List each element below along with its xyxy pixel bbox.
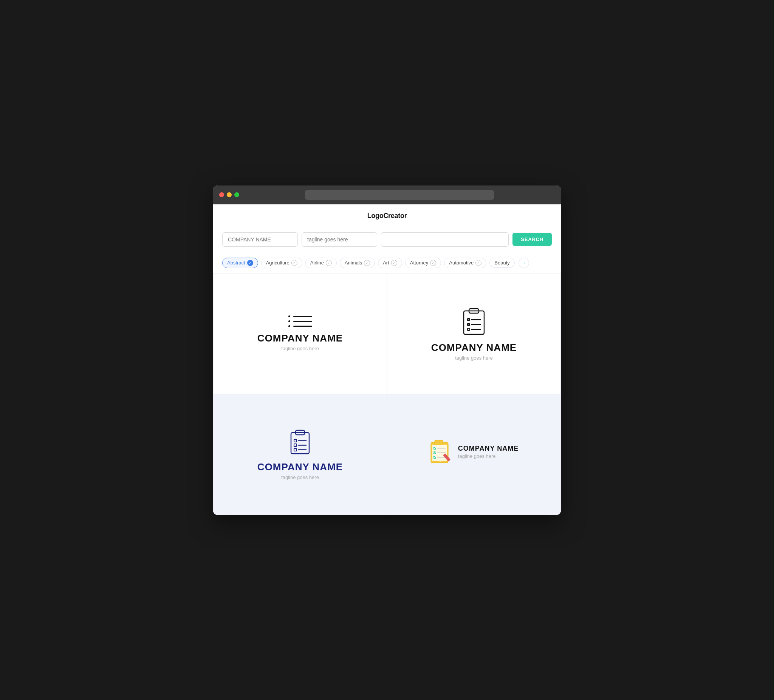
svg-rect-10 xyxy=(294,439,297,442)
filter-label: Abstract xyxy=(227,260,245,266)
filter-tag-agriculture[interactable]: Agriculture ✓ xyxy=(261,258,303,268)
close-button[interactable] xyxy=(219,192,224,197)
traffic-lights xyxy=(219,192,239,197)
svg-rect-6 xyxy=(468,328,470,330)
logo-text-horizontal: COMPANY NAME tagline goes here xyxy=(458,445,519,459)
filter-tag-automotive[interactable]: Automotive ✓ xyxy=(444,258,486,268)
filter-tag-attorney[interactable]: Attorney ✓ xyxy=(405,258,441,268)
company-name-input[interactable] xyxy=(222,232,298,247)
extra-search-input[interactable] xyxy=(381,232,509,247)
filter-check-icon: ✓ xyxy=(326,260,332,266)
svg-rect-0 xyxy=(464,311,484,334)
tagline-input[interactable] xyxy=(302,232,377,247)
filter-label: Beauty xyxy=(495,260,509,266)
logo-company-name-1: COMPANY NAME xyxy=(257,332,343,344)
browser-window: LogoCreator SEARCH Abstract ✓ Agricultur… xyxy=(213,185,561,515)
logo-company-name-4: COMPANY NAME xyxy=(458,445,519,452)
logo-icon-clipboard-colored: COMPANY NAME tagline goes here xyxy=(429,439,519,465)
filter-check-icon: ✓ xyxy=(391,260,397,266)
minimize-button[interactable] xyxy=(227,192,232,197)
filter-label: Airline xyxy=(310,260,324,266)
filter-label: Automotive xyxy=(449,260,473,266)
logo-tagline-3: tagline goes here xyxy=(281,474,319,480)
search-section: SEARCH xyxy=(213,226,561,253)
logo-icon-clipboard-outline xyxy=(461,306,487,337)
address-bar[interactable] xyxy=(305,190,494,200)
app-title: LogoCreator xyxy=(367,212,407,220)
logo-icon-list xyxy=(288,315,312,327)
filter-tag-art[interactable]: Art ✓ xyxy=(378,258,402,268)
browser-titlebar xyxy=(213,185,561,205)
filter-section: Abstract ✓ Agriculture ✓ Airline ✓ Anima… xyxy=(213,253,561,273)
fullscreen-button[interactable] xyxy=(234,192,239,197)
logo-card-1[interactable]: COMPANY NAME tagline goes here xyxy=(213,273,387,394)
filter-label: Agriculture xyxy=(266,260,289,266)
logo-card-2[interactable]: COMPANY NAME tagline goes here xyxy=(387,273,561,394)
filter-label: Art xyxy=(383,260,389,266)
filter-tag-airline[interactable]: Airline ✓ xyxy=(305,258,337,268)
filter-tag-animals[interactable]: Animals ✓ xyxy=(340,258,375,268)
logo-icon-clipboard-dark xyxy=(289,429,311,456)
filter-check-icon: ✓ xyxy=(364,260,370,266)
filter-tag-abstract[interactable]: Abstract ✓ xyxy=(222,258,258,268)
filter-label: Animals xyxy=(345,260,362,266)
logo-company-name-2: COMPANY NAME xyxy=(431,342,517,353)
logo-card-3[interactable]: COMPANY NAME tagline goes here xyxy=(213,394,387,515)
logo-grid: COMPANY NAME tagline goes here xyxy=(213,273,561,515)
filter-check-icon: ✓ xyxy=(291,260,298,266)
filter-check-icon: ✓ xyxy=(475,260,481,266)
filter-label: Attorney xyxy=(410,260,428,266)
svg-rect-14 xyxy=(294,448,297,451)
search-button[interactable]: SEARCH xyxy=(513,233,552,246)
svg-rect-12 xyxy=(294,444,297,447)
logo-tagline-2: tagline goes here xyxy=(455,355,493,361)
logo-card-4[interactable]: COMPANY NAME tagline goes here xyxy=(387,394,561,515)
logo-company-name-3: COMPANY NAME xyxy=(257,461,343,473)
filter-tag-beauty[interactable]: Beauty xyxy=(490,258,514,268)
filter-check-icon: ✓ xyxy=(247,260,253,266)
logo-tagline-4: tagline goes here xyxy=(458,453,519,459)
browser-content: LogoCreator SEARCH Abstract ✓ Agricultur… xyxy=(213,205,561,515)
filter-next-button[interactable]: → xyxy=(519,258,529,268)
svg-rect-17 xyxy=(435,440,443,445)
logo-tagline-1: tagline goes here xyxy=(281,346,319,351)
filter-check-icon: ✓ xyxy=(430,260,436,266)
app-header: LogoCreator xyxy=(213,205,561,226)
